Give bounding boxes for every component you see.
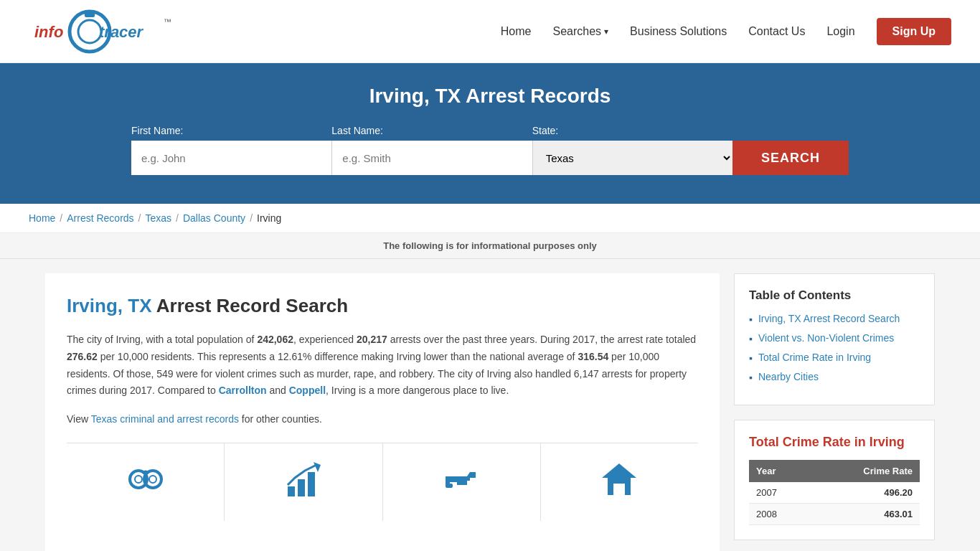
svg-rect-16: [613, 484, 625, 495]
city1-link[interactable]: Carrollton: [219, 385, 267, 396]
crime-table-header: Year Crime Rate: [749, 460, 920, 482]
icons-row: [67, 443, 698, 521]
handcuffs-icon-item: [67, 443, 225, 521]
col-rate: Crime Rate: [810, 460, 920, 482]
last-name-group: Last Name:: [331, 125, 532, 175]
year-2008: 2008: [749, 504, 810, 525]
col-year: Year: [749, 460, 810, 482]
main-nav: Home Searches ▾ Business Solutions Conta…: [501, 18, 951, 45]
main-layout: Irving, TX Arrest Record Search The city…: [31, 259, 949, 551]
heading-state: TX: [128, 295, 151, 316]
breadcrumb-sep-3: /: [176, 212, 179, 224]
toc-item-2: Violent vs. Non-Violent Crimes: [749, 332, 920, 344]
logo[interactable]: info tracer ™: [29, 7, 172, 56]
breadcrumb-current: Irving: [257, 212, 281, 224]
svg-text:tracer: tracer: [99, 23, 144, 41]
population-value: 242,062: [257, 334, 293, 345]
rate-2007: 496.20: [810, 482, 920, 504]
svg-marker-13: [314, 462, 321, 472]
chart-up-icon: [282, 458, 325, 501]
gun-icon-item: [383, 443, 541, 521]
heading-rest: Arrest Record Search: [156, 295, 348, 316]
first-name-label: First Name:: [131, 125, 331, 136]
state-select[interactable]: Texas: [532, 141, 732, 175]
crime-rate-table: Year Crime Rate 2007 496.20 2008 463.01: [749, 460, 920, 525]
site-header: info tracer ™ Home Searches ▾ Business S…: [0, 0, 980, 63]
chart-up-icon-item: [225, 443, 382, 521]
first-name-input[interactable]: [131, 141, 331, 175]
svg-rect-2: [85, 11, 95, 17]
svg-rect-10: [288, 486, 295, 496]
rate-value: 276.62: [67, 351, 98, 362]
rate-2008: 463.01: [810, 504, 920, 525]
view-paragraph: View Texas criminal and arrest records f…: [67, 411, 698, 428]
toc-title: Table of Contents: [749, 288, 920, 303]
breadcrumb-sep-1: /: [60, 212, 62, 224]
nav-signup-button[interactable]: Sign Up: [877, 18, 951, 45]
crime-rate-title: Total Crime Rate in Irving: [749, 435, 920, 450]
logo-svg: info tracer ™: [29, 7, 172, 56]
texas-records-link[interactable]: Texas criminal and arrest records: [91, 413, 239, 425]
breadcrumb-sep-2: /: [138, 212, 141, 224]
table-row: 2007 496.20: [749, 482, 920, 504]
main-paragraph: The city of Irving, with a total populat…: [67, 331, 698, 400]
toc-link-4[interactable]: Nearby Cities: [758, 371, 819, 382]
national-rate-value: 316.54: [578, 351, 608, 362]
breadcrumb-arrest-records[interactable]: Arrest Records: [67, 212, 133, 224]
arrests-value: 20,217: [357, 334, 387, 345]
svg-rect-14: [446, 484, 453, 488]
search-button[interactable]: SEARCH: [732, 141, 849, 175]
nav-searches[interactable]: Searches ▾: [552, 25, 608, 38]
toc-box: Table of Contents Irving, TX Arrest Reco…: [734, 273, 935, 405]
breadcrumb: Home / Arrest Records / Texas / Dallas C…: [0, 204, 980, 233]
svg-point-8: [135, 476, 142, 483]
svg-rect-12: [308, 472, 315, 496]
heading-city: Irving,: [67, 295, 123, 316]
toc-link-3[interactable]: Total Crime Rate in Irving: [758, 352, 871, 363]
last-name-input[interactable]: [331, 141, 532, 175]
svg-rect-11: [298, 479, 305, 496]
hero-banner: Irving, TX Arrest Records First Name: La…: [0, 63, 980, 204]
nav-home[interactable]: Home: [501, 25, 532, 38]
gun-icon: [440, 458, 483, 501]
handcuffs-icon: [124, 458, 167, 501]
breadcrumb-texas[interactable]: Texas: [146, 212, 172, 224]
sidebar: Table of Contents Irving, TX Arrest Reco…: [734, 273, 935, 540]
breadcrumb-home[interactable]: Home: [29, 212, 55, 224]
hero-title: Irving, TX Arrest Records: [29, 85, 951, 108]
nav-contact-us[interactable]: Contact Us: [748, 25, 805, 38]
breadcrumb-sep-4: /: [250, 212, 253, 224]
toc-link-1[interactable]: Irving, TX Arrest Record Search: [758, 313, 900, 324]
svg-point-9: [149, 476, 156, 483]
state-label: State:: [532, 125, 732, 136]
crime-rate-box: Total Crime Rate in Irving Year Crime Ra…: [734, 420, 935, 540]
breadcrumb-dallas-county[interactable]: Dallas County: [183, 212, 245, 224]
house-icon: [598, 458, 641, 501]
city2-link[interactable]: Coppell: [289, 385, 326, 396]
toc-item-3: Total Crime Rate in Irving: [749, 352, 920, 364]
year-2007: 2007: [749, 482, 810, 504]
info-note: The following is for informational purpo…: [0, 233, 980, 259]
toc-link-2[interactable]: Violent vs. Non-Violent Crimes: [758, 332, 894, 344]
nav-business-solutions[interactable]: Business Solutions: [630, 25, 727, 38]
table-row: 2008 463.01: [749, 504, 920, 525]
searches-dropdown-arrow: ▾: [604, 27, 608, 37]
toc-item-4: Nearby Cities: [749, 371, 920, 383]
state-group: State: Texas: [532, 125, 732, 175]
toc-list: Irving, TX Arrest Record Search Violent …: [749, 313, 920, 383]
svg-text:info: info: [34, 23, 63, 41]
last-name-label: Last Name:: [331, 125, 532, 136]
house-icon-item: [541, 443, 698, 521]
svg-text:™: ™: [164, 17, 171, 26]
first-name-group: First Name:: [131, 125, 331, 175]
page-heading: Irving, TX Arrest Record Search: [67, 295, 698, 317]
svg-point-1: [78, 20, 101, 43]
search-form: First Name: Last Name: State: Texas SEAR…: [131, 125, 849, 175]
nav-login[interactable]: Login: [826, 25, 854, 38]
toc-item-1: Irving, TX Arrest Record Search: [749, 313, 920, 325]
content-area: Irving, TX Arrest Record Search The city…: [45, 273, 720, 551]
